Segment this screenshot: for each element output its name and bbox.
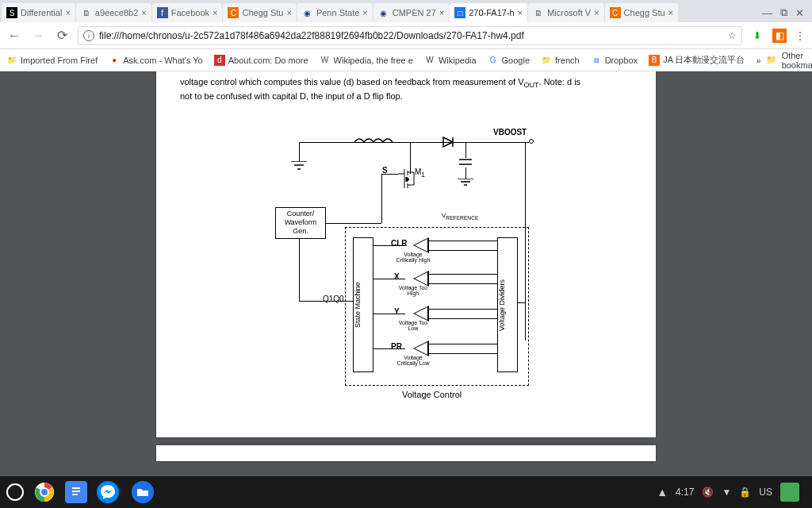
- chrome-icon[interactable]: [30, 478, 59, 506]
- address-bar: ← → ⟳ i file:///home/chronos/u-2c572a1d7…: [0, 22, 812, 49]
- y-label: Y: [394, 307, 400, 316]
- notification-icon[interactable]: ▲: [657, 486, 668, 498]
- q1q0-label: Q1Q0: [323, 294, 344, 303]
- state-machine-box: State Machine: [353, 237, 373, 372]
- taskbar: ▲ 4:17 🔇 ▼ 🔒 US: [0, 476, 812, 508]
- tab-2[interactable]: fFacebook×: [152, 3, 223, 22]
- voltage-dividers-box: Voltage Dividers: [497, 237, 518, 372]
- bookmark-item[interactable]: 📁Imported From Firef: [6, 55, 98, 66]
- svg-point-7: [97, 481, 119, 503]
- network-icon[interactable]: ▼: [722, 487, 731, 498]
- tab-5[interactable]: ◉CMPEN 27×: [373, 3, 449, 22]
- close-icon[interactable]: ×: [65, 8, 70, 17]
- system-tray[interactable]: ▲ 4:17 🔇 ▼ 🔒 US: [657, 483, 806, 502]
- vboost-label: VBOOST: [493, 128, 527, 137]
- extension-icon-1[interactable]: ⬇: [750, 29, 764, 43]
- close-window-button[interactable]: ✕: [795, 7, 804, 19]
- circuit-diagram: VBOOST S M1: [180, 112, 632, 414]
- comparator-icon: [413, 271, 429, 287]
- m1-label: M1: [415, 167, 425, 179]
- files-icon[interactable]: [128, 478, 157, 506]
- bookmark-item[interactable]: GGoogle: [488, 55, 530, 66]
- pdf-viewer: voltage control which computes this valu…: [0, 71, 812, 476]
- close-icon[interactable]: ×: [362, 8, 367, 17]
- maximize-button[interactable]: ⧉: [780, 6, 787, 19]
- svg-point-2: [40, 488, 48, 496]
- comparator-icon: [413, 306, 429, 321]
- tab-4[interactable]: ◉Penn State×: [297, 3, 373, 22]
- bookmark-item[interactable]: WWikipedia: [424, 55, 477, 66]
- omnibox[interactable]: i file:///home/chronos/u-2c572a1d78f486a…: [78, 26, 742, 45]
- back-button[interactable]: ←: [6, 28, 22, 44]
- bookmark-item[interactable]: 📁french: [541, 55, 580, 66]
- site-info-icon[interactable]: i: [83, 30, 94, 41]
- bookmarks-bar: 📁Imported From Firef ●Ask.com - What's Y…: [0, 49, 812, 71]
- bookmarks-overflow[interactable]: »: [756, 56, 761, 65]
- close-icon[interactable]: ×: [286, 8, 291, 17]
- page-scroll[interactable]: voltage control which computes this valu…: [0, 71, 812, 476]
- other-bookmarks[interactable]: Other bookmarks: [782, 51, 812, 70]
- close-icon[interactable]: ×: [213, 8, 217, 17]
- menu-button[interactable]: ⋮: [795, 29, 806, 42]
- close-icon[interactable]: ×: [439, 8, 444, 17]
- pdf-page-next: [156, 445, 656, 461]
- bookmark-star-icon[interactable]: ☆: [728, 30, 737, 41]
- docs-icon[interactable]: [65, 481, 87, 503]
- tab-7[interactable]: 🗎Microsoft V×: [528, 3, 603, 22]
- bookmark-item[interactable]: dAbout.com: Do more: [214, 55, 308, 66]
- svg-rect-4: [72, 487, 80, 489]
- window-controls: — ⧉ ✕: [762, 3, 810, 22]
- vreference-label: VREFERENCE: [442, 212, 478, 221]
- close-icon[interactable]: ×: [518, 8, 523, 17]
- x-label: X: [394, 272, 400, 281]
- minimize-button[interactable]: —: [762, 7, 772, 19]
- clock: 4:17: [676, 487, 694, 498]
- close-icon[interactable]: ×: [141, 8, 146, 17]
- counter-box: Counter/ Waveform Gen.: [275, 207, 326, 239]
- bookmark-item[interactable]: ●Ask.com - What's Yo: [109, 55, 203, 66]
- tab-strip: SDifferential× 🗎a9eece8b2× fFacebook× CC…: [0, 0, 812, 22]
- ground-icon: [291, 161, 307, 175]
- language-indicator[interactable]: US: [759, 487, 772, 498]
- ground-icon: [458, 179, 473, 190]
- pdf-page: voltage control which computes this valu…: [156, 71, 656, 437]
- launcher-button[interactable]: [6, 483, 24, 501]
- volume-icon[interactable]: 🔇: [702, 487, 714, 498]
- comparator-icon: [413, 341, 429, 356]
- close-icon[interactable]: ×: [668, 8, 673, 17]
- voltage-control-caption: Voltage Control: [402, 390, 462, 399]
- pr-label: PR: [391, 342, 402, 351]
- clr-label: CLR: [391, 239, 408, 248]
- mosfet-icon: [398, 169, 416, 192]
- comparator-icon: [413, 237, 429, 253]
- tab-0[interactable]: SDifferential×: [2, 3, 75, 22]
- diode-icon: [442, 136, 458, 151]
- avatar[interactable]: [780, 483, 799, 502]
- document-text: voltage control which computes this valu…: [180, 71, 632, 102]
- svg-rect-5: [72, 491, 80, 492]
- close-icon[interactable]: ×: [594, 8, 599, 17]
- svg-rect-6: [72, 494, 78, 495]
- vboost-node: [529, 139, 534, 144]
- messenger-icon[interactable]: [94, 478, 122, 506]
- lock-icon[interactable]: 🔒: [739, 487, 751, 498]
- bookmark-item[interactable]: BJA 日本動漫交流平台: [649, 54, 745, 66]
- bookmark-item[interactable]: WWikipedia, the free e: [320, 55, 413, 66]
- tab-3[interactable]: CChegg Stu×: [223, 3, 296, 22]
- bookmark-item[interactable]: ⧈Dropbox: [591, 55, 638, 66]
- tab-6[interactable]: □270-FA17-h×: [450, 3, 527, 22]
- reload-button[interactable]: ⟳: [54, 28, 70, 44]
- inductor-icon: [354, 136, 394, 148]
- extension-icon-2[interactable]: ◧: [772, 29, 787, 43]
- tab-8[interactable]: CChegg Stu×: [605, 3, 678, 22]
- tab-1[interactable]: 🗎a9eece8b2×: [76, 3, 151, 22]
- url-text: file:///home/chronos/u-2c572a1d78f486a69…: [99, 30, 723, 41]
- forward-button[interactable]: →: [30, 28, 46, 44]
